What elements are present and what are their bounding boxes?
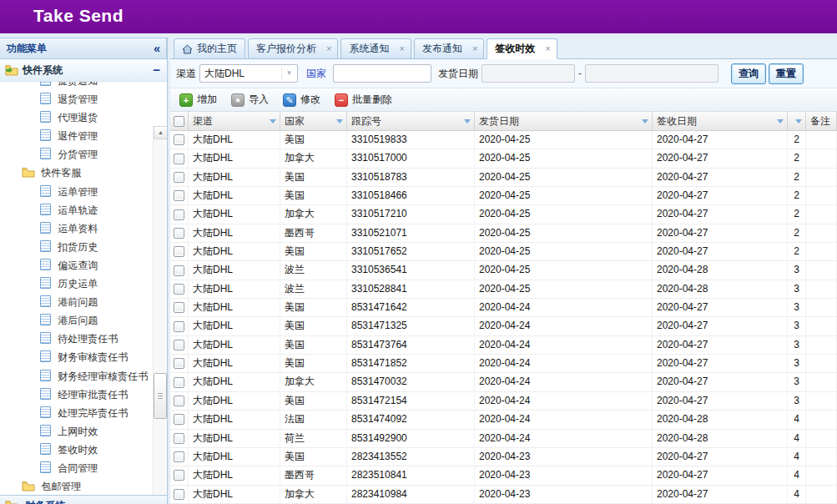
- table-row[interactable]: 大陆DHL 美国 8531473764 2020-04-24 2020-04-2…: [170, 336, 837, 355]
- row-checkbox[interactable]: [174, 246, 184, 257]
- tab-close-icon[interactable]: ×: [545, 44, 550, 53]
- row-checkbox[interactable]: [174, 358, 184, 369]
- sidebar-tree-item[interactable]: 港前问题: [0, 293, 167, 311]
- column-header[interactable]: [788, 112, 806, 130]
- sidebar-scrollbar[interactable]: ▲ ▼: [153, 126, 167, 504]
- cell-channel: 大陆DHL: [189, 448, 280, 466]
- toolbar-button[interactable]: ★ 导入: [226, 90, 274, 110]
- table-row[interactable]: 大陆DHL 墨西哥 3310521071 2020-04-25 2020-04-…: [170, 224, 837, 243]
- scroll-up-icon[interactable]: ▲: [154, 126, 167, 139]
- row-checkbox[interactable]: [174, 190, 184, 201]
- collapse-panel-icon[interactable]: −: [153, 59, 160, 81]
- table-row[interactable]: 大陆DHL 波兰 3310536541 2020-04-25 2020-04-2…: [170, 261, 837, 280]
- table-row[interactable]: 大陆DHL 美国 3310518466 2020-04-25 2020-04-2…: [170, 187, 837, 205]
- row-checkbox[interactable]: [174, 321, 184, 332]
- sidebar-tree-item[interactable]: 财务审核责任书: [0, 348, 167, 366]
- table-row[interactable]: 大陆DHL 美国 8531471642 2020-04-24 2020-04-2…: [170, 299, 837, 317]
- sidebar-tree-item[interactable]: 偏远查询: [0, 256, 167, 275]
- sidebar-panel-express-system[interactable]: 快件系统 −: [0, 59, 167, 82]
- row-checkbox[interactable]: [174, 265, 184, 276]
- row-checkbox[interactable]: [174, 433, 184, 444]
- toolbar-button[interactable]: − 批量删除: [330, 90, 397, 110]
- table-row[interactable]: 大陆DHL 美国 3310519833 2020-04-25 2020-04-2…: [170, 131, 837, 149]
- column-header[interactable]: 发货日期: [475, 112, 653, 130]
- table-row[interactable]: 大陆DHL 加拿大 3310517000 2020-04-25 2020-04-…: [170, 149, 837, 168]
- sidebar-tree-item[interactable]: 港后问题: [0, 311, 167, 330]
- tab-close-icon[interactable]: ×: [472, 44, 477, 53]
- sidebar-tree-item[interactable]: 扣货历史: [0, 238, 167, 256]
- tab[interactable]: 签收时效 ×: [487, 38, 557, 59]
- date-to-input[interactable]: [585, 64, 719, 83]
- tab[interactable]: 我的主页 ×: [174, 38, 245, 59]
- column-header[interactable]: 备注: [806, 112, 837, 130]
- collapse-sidebar-icon[interactable]: «: [154, 38, 160, 58]
- row-checkbox[interactable]: [174, 209, 184, 220]
- tab[interactable]: 客户报价分析 ×: [248, 38, 338, 59]
- sidebar-tree-item[interactable]: 快件客服: [0, 164, 167, 182]
- table-row[interactable]: 大陆DHL 美国 8531471852 2020-04-24 2020-04-2…: [170, 355, 837, 373]
- toolbar-button[interactable]: + 增加: [174, 90, 222, 110]
- table-row[interactable]: 大陆DHL 美国 8531472154 2020-04-24 2020-04-2…: [170, 392, 837, 411]
- column-header[interactable]: 签收日期: [653, 112, 788, 130]
- row-checkbox[interactable]: [174, 451, 184, 462]
- table-row[interactable]: 大陆DHL 法国 8531474092 2020-04-24 2020-04-2…: [170, 411, 837, 429]
- dropdown-arrow-icon[interactable]: ▼: [281, 66, 296, 81]
- column-header[interactable]: 跟踪号: [347, 112, 475, 130]
- row-checkbox[interactable]: [174, 489, 184, 500]
- sidebar-tree-item[interactable]: 退货管理: [0, 90, 167, 108]
- row-checkbox[interactable]: [174, 377, 184, 388]
- sidebar-tree-item[interactable]: 上网时效: [0, 422, 167, 441]
- tab-close-icon[interactable]: ×: [326, 44, 331, 53]
- sidebar-tree-item[interactable]: 历史运单: [0, 275, 167, 293]
- table-row[interactable]: 大陆DHL 加拿大 8531470032 2020-04-24 2020-04-…: [170, 373, 837, 391]
- row-checkbox[interactable]: [174, 228, 184, 239]
- tree-item-label: 经理审批责任书: [58, 389, 128, 401]
- toolbar-button[interactable]: ✎ 修改: [278, 90, 325, 110]
- scrollbar-thumb[interactable]: [154, 373, 167, 419]
- table-row[interactable]: 大陆DHL 墨西哥 2823510841 2020-04-23 2020-04-…: [170, 466, 837, 485]
- sidebar-panel-finance-system[interactable]: 财务系统: [0, 495, 167, 504]
- tab[interactable]: 发布通知 ×: [414, 38, 484, 59]
- row-checkbox[interactable]: [174, 134, 184, 145]
- sidebar-tree-item[interactable]: 合同管理: [0, 459, 167, 477]
- select-all-checkbox[interactable]: [174, 116, 184, 127]
- date-from-input[interactable]: [482, 64, 575, 83]
- tab-close-icon[interactable]: ×: [399, 44, 404, 53]
- table-row[interactable]: 大陆DHL 美国 2823413552 2020-04-23 2020-04-2…: [170, 448, 837, 466]
- table-row[interactable]: 大陆DHL 荷兰 8531492900 2020-04-24 2020-04-2…: [170, 430, 837, 448]
- sidebar-tree-item[interactable]: 代理退货: [0, 108, 167, 127]
- search-button[interactable]: 查询: [731, 63, 766, 84]
- sidebar-tree-item[interactable]: 待处理责任书: [0, 330, 167, 348]
- row-checkbox[interactable]: [174, 302, 184, 313]
- table-row[interactable]: 大陆DHL 加拿大 3310517210 2020-04-25 2020-04-…: [170, 205, 837, 224]
- row-checkbox[interactable]: [174, 470, 184, 481]
- sidebar-tree-item[interactable]: 分货管理: [0, 145, 167, 164]
- row-checkbox[interactable]: [174, 154, 184, 164]
- tab[interactable]: 系统通知 ×: [340, 38, 411, 59]
- sidebar-tree-item[interactable]: 运单管理: [0, 183, 167, 201]
- table-row[interactable]: 大陆DHL 波兰 3310528841 2020-04-25 2020-04-2…: [170, 280, 837, 299]
- sidebar-tree-item[interactable]: 财务经理审核责任书: [0, 367, 167, 386]
- table-row[interactable]: 大陆DHL 加拿大 2823410984 2020-04-23 2020-04-…: [170, 486, 837, 504]
- reset-button[interactable]: 重置: [769, 63, 804, 84]
- country-input[interactable]: [333, 64, 431, 83]
- sidebar-tree-item[interactable]: 经理审批责任书: [0, 386, 167, 404]
- column-header[interactable]: 渠道: [189, 112, 280, 130]
- sidebar-tree-item[interactable]: 包邮管理: [0, 477, 167, 496]
- channel-select[interactable]: 大陆DHL ▼: [199, 64, 298, 83]
- table-row[interactable]: 大陆DHL 美国 8531471325 2020-04-24 2020-04-2…: [170, 317, 837, 335]
- sidebar-tree-item[interactable]: 签收时效: [0, 441, 167, 459]
- table-row[interactable]: 大陆DHL 美国 3310518783 2020-04-25 2020-04-2…: [170, 169, 837, 187]
- sidebar-tree-item[interactable]: 处理完毕责任书: [0, 404, 167, 422]
- row-checkbox[interactable]: [174, 340, 184, 350]
- row-checkbox[interactable]: [174, 414, 184, 425]
- column-header[interactable]: 国家: [280, 112, 347, 130]
- row-checkbox[interactable]: [174, 396, 184, 406]
- sidebar-tree-item[interactable]: 提货通知: [0, 82, 167, 90]
- row-checkbox[interactable]: [174, 284, 184, 295]
- table-row[interactable]: 大陆DHL 美国 3310517652 2020-04-25 2020-04-2…: [170, 243, 837, 261]
- sidebar-tree-item[interactable]: 运单轨迹: [0, 201, 167, 219]
- row-checkbox[interactable]: [174, 172, 184, 183]
- sidebar-tree-item[interactable]: 运单资料: [0, 219, 167, 238]
- sidebar-tree-item[interactable]: 退件管理: [0, 127, 167, 145]
